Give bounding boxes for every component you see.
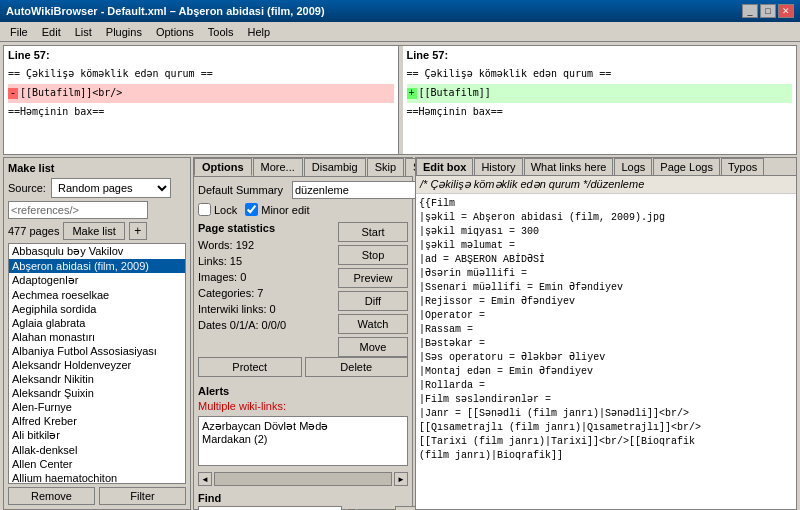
menu-bar: File Edit List Plugins Options Tools Hel…: [0, 22, 800, 42]
menu-options[interactable]: Options: [150, 25, 200, 39]
diff-left-line-2: ==Həmçinin bax==: [8, 103, 394, 122]
diff-right-header: Line 57:: [407, 49, 793, 61]
menu-plugins[interactable]: Plugins: [100, 25, 148, 39]
diff-left: Line 57: == Çəkilişə kömək​lik edən quru…: [4, 46, 399, 154]
list-item[interactable]: Allium haematochiton: [9, 471, 185, 484]
lock-checkbox-label[interactable]: Lock: [198, 203, 237, 216]
diff-right-line-0: == Çəkilişə kömək​lik edən qurum ==: [407, 65, 793, 84]
find-section: Find Regex Find Case sensitive: [198, 492, 408, 510]
maximize-button[interactable]: □: [760, 4, 776, 18]
make-list-panel: Make list Source: Random pages Category …: [3, 157, 191, 510]
make-list-button[interactable]: Make list: [63, 222, 124, 240]
edit-header: /* Çəkilişə kömək​lik edən qurum */düzen…: [416, 176, 796, 194]
list-item[interactable]: Aleksandr Nikitin: [9, 372, 185, 386]
scroll-track[interactable]: [214, 472, 392, 486]
menu-file[interactable]: File: [4, 25, 34, 39]
action-buttons: Start Stop Preview Diff Watch Move: [338, 222, 408, 357]
tab-more[interactable]: More...: [253, 158, 303, 176]
minor-edit-checkbox-label[interactable]: Minor edit: [245, 203, 309, 216]
checkbox-row: Lock Minor edit: [198, 203, 408, 216]
close-button[interactable]: ✕: [778, 4, 794, 18]
stats-title: Page statistics: [198, 222, 330, 234]
list-item[interactable]: Allak-denksel: [9, 443, 185, 457]
tab-page-logs[interactable]: Page Logs: [653, 158, 720, 175]
diff-button[interactable]: Diff: [338, 291, 408, 311]
alerts-section: Alerts Multiple wiki-links: Azərbaycan D…: [198, 385, 408, 470]
find-row: Regex Find: [198, 506, 408, 510]
remove-button[interactable]: Remove: [8, 487, 95, 505]
stat-dates: Dates 0/1/A: 0/0/0: [198, 317, 330, 333]
list-item[interactable]: Ali bitkilər: [9, 428, 185, 443]
list-item[interactable]: Alahan monastırı: [9, 330, 185, 344]
diff-left-header: Line 57:: [8, 49, 394, 61]
source-select[interactable]: Random pages Category Watchlist: [51, 178, 171, 198]
list-item[interactable]: Alen-Furnye: [9, 400, 185, 414]
multilinks-box: Azərbaycan Dövlət Mədə Mardakan (2): [198, 416, 408, 466]
diff-left-line-1: -[[Butafilm]]<br/>: [8, 84, 394, 103]
lower-section: Make list Source: Random pages Category …: [3, 157, 797, 510]
menu-tools[interactable]: Tools: [202, 25, 240, 39]
move-button[interactable]: Move: [338, 337, 408, 357]
tab-typos[interactable]: Typos: [721, 158, 764, 175]
edit-tab-bar: Edit box History What links here Logs Pa…: [416, 158, 796, 176]
tab-logs[interactable]: Logs: [614, 158, 652, 175]
window-title: AutoWikiBrowser - Default.xml – Abşeron …: [6, 5, 325, 17]
bottom-buttons: Remove Filter: [8, 487, 186, 505]
edit-textarea[interactable]: {{Film |şəkil = Abşeron abidasi (film, 2…: [416, 194, 796, 509]
tab-options[interactable]: Options: [194, 158, 252, 176]
tab-what-links-here[interactable]: What links here: [524, 158, 614, 175]
add-button[interactable]: +: [129, 222, 147, 240]
scroll-left-button[interactable]: ◄: [198, 472, 212, 486]
menu-help[interactable]: Help: [242, 25, 277, 39]
list-item[interactable]: Aechmea roeselkae: [9, 288, 185, 302]
diff-right-line-1: +[[Butafilm]]: [407, 84, 793, 103]
make-list-title: Make list: [8, 162, 186, 174]
stat-categories: Categories: 7: [198, 285, 330, 301]
ref-row: [8, 201, 186, 219]
tab-edit-box[interactable]: Edit box: [416, 158, 473, 175]
stat-interwiki: Interwiki links: 0: [198, 301, 330, 317]
main-container: Line 57: == Çəkilişə kömək​lik edən quru…: [0, 42, 800, 510]
scrollbar-row[interactable]: ◄ ►: [198, 470, 408, 488]
diff-left-line-0: == Çəkilişə kömək​lik edən qurum ==: [8, 65, 394, 84]
window-controls[interactable]: _ □ ✕: [742, 4, 794, 18]
minor-edit-checkbox[interactable]: [245, 203, 258, 216]
stat-images: Images: 0: [198, 269, 330, 285]
delete-button[interactable]: Delete: [305, 357, 409, 377]
lock-checkbox[interactable]: [198, 203, 211, 216]
list-item[interactable]: Aleksandr Holdenveyzer: [9, 358, 185, 372]
ref-input[interactable]: [8, 201, 148, 219]
watch-button[interactable]: Watch: [338, 314, 408, 334]
stat-links: Links: 15: [198, 253, 330, 269]
list-item[interactable]: Alfred Kreber: [9, 414, 185, 428]
article-list[interactable]: Abbasqulu bəy Vakilov Abşeron abidasi (f…: [8, 243, 186, 484]
menu-list[interactable]: List: [69, 25, 98, 39]
count-row: 477 pages Make list +: [8, 222, 186, 240]
diff-area: Line 57: == Çəkilişə kömək​lik edən quru…: [3, 45, 797, 155]
source-row: Source: Random pages Category Watchlist: [8, 178, 186, 198]
list-item[interactable]: Adaptogenlər: [9, 273, 185, 288]
find-input[interactable]: [198, 506, 342, 510]
diff-right: Line 57: == Çəkilişə kömək​lik edən quru…: [403, 46, 797, 154]
stop-button[interactable]: Stop: [338, 245, 408, 265]
alerts-title: Alerts: [198, 385, 408, 397]
multilink-item: Mardakan (2): [202, 433, 404, 445]
list-item[interactable]: Allen Center: [9, 457, 185, 471]
list-item[interactable]: Albaniya Futbol Assosiasiyası: [9, 344, 185, 358]
start-button[interactable]: Start: [338, 222, 408, 242]
scroll-right-button[interactable]: ►: [394, 472, 408, 486]
tab-skip[interactable]: Skip: [367, 158, 404, 176]
list-item[interactable]: Aegiphila sordida: [9, 302, 185, 316]
list-item[interactable]: Aglaia glabrata: [9, 316, 185, 330]
tab-history[interactable]: History: [474, 158, 522, 175]
protect-button[interactable]: Protect: [198, 357, 302, 377]
list-item[interactable]: Aleksandr Şuixin: [9, 386, 185, 400]
list-item-selected[interactable]: Abşeron abidasi (film, 2009): [9, 259, 185, 273]
filter-button[interactable]: Filter: [99, 487, 186, 505]
preview-button[interactable]: Preview: [338, 268, 408, 288]
tab-disambig[interactable]: Disambig: [304, 158, 366, 176]
stats-section: Page statistics Words: 192 Links: 15 Ima…: [198, 222, 330, 333]
minimize-button[interactable]: _: [742, 4, 758, 18]
list-item[interactable]: Abbasqulu bəy Vakilov: [9, 244, 185, 259]
menu-edit[interactable]: Edit: [36, 25, 67, 39]
